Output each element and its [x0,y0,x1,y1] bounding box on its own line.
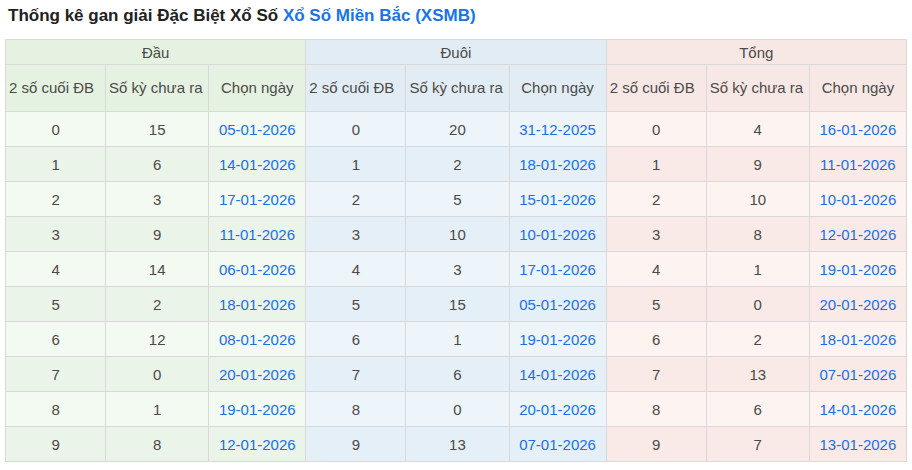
pick-date-cell: 19-01-2026 [509,322,606,357]
last2-digit-cell: 7 [306,357,406,392]
table-row: 7020-01-20267614-01-202671307-01-2026 [6,357,907,392]
last2-digit-cell: 9 [306,427,406,462]
date-link[interactable]: 14-01-2026 [820,401,897,418]
gap-count-cell: 8 [106,427,209,462]
pick-date-cell: 19-01-2026 [809,252,906,287]
col-header-last2-digits: 2 số cuối ĐB [606,65,706,112]
gap-count-cell: 4 [706,112,809,147]
last2-digit-cell: 5 [306,287,406,322]
date-link[interactable]: 11-01-2026 [820,156,896,173]
last2-digit-cell: 8 [306,392,406,427]
gap-count-cell: 1 [106,392,209,427]
last2-digit-cell: 1 [6,147,106,182]
date-link[interactable]: 05-01-2026 [519,296,596,313]
gap-count-cell: 0 [106,357,209,392]
pick-date-cell: 20-01-2026 [809,287,906,322]
col-header-gap-count: Số kỳ chưa ra [706,65,809,112]
last2-digit-cell: 3 [6,217,106,252]
table-row: 41406-01-20264317-01-20264119-01-2026 [6,252,907,287]
date-link[interactable]: 31-12-2025 [519,121,596,138]
gan-table-body: 01505-01-202602031-12-20250416-01-202616… [6,112,907,462]
gap-count-cell: 3 [106,182,209,217]
date-link[interactable]: 19-01-2026 [219,401,296,418]
date-link[interactable]: 12-01-2026 [820,226,897,243]
date-link[interactable]: 10-01-2026 [519,226,596,243]
date-link[interactable]: 07-01-2026 [820,366,897,383]
gap-count-cell: 6 [406,357,509,392]
last2-digit-cell: 1 [606,147,706,182]
gap-count-cell: 15 [406,287,509,322]
table-row: 2317-01-20262515-01-202621010-01-2026 [6,182,907,217]
pick-date-cell: 18-01-2026 [209,287,306,322]
date-link[interactable]: 11-01-2026 [219,226,295,243]
date-link[interactable]: 14-01-2026 [519,366,596,383]
date-link[interactable]: 13-01-2026 [820,436,897,453]
table-row: 5218-01-202651505-01-20265020-01-2026 [6,287,907,322]
table-row: 9812-01-202691307-01-20269713-01-2026 [6,427,907,462]
pick-date-cell: 16-01-2026 [809,112,906,147]
pick-date-cell: 10-01-2026 [509,217,606,252]
gap-count-cell: 9 [106,217,209,252]
pick-date-cell: 14-01-2026 [809,392,906,427]
pick-date-cell: 05-01-2026 [509,287,606,322]
date-link[interactable]: 07-01-2026 [519,436,596,453]
last2-digit-cell: 0 [606,112,706,147]
date-link[interactable]: 20-01-2026 [219,366,296,383]
pick-date-cell: 20-01-2026 [509,392,606,427]
pick-date-cell: 31-12-2025 [509,112,606,147]
title-link[interactable]: Xổ Số Miền Bắc (XSMB) [283,6,476,25]
date-link[interactable]: 19-01-2026 [519,331,596,348]
table-row: 61208-01-20266119-01-20266218-01-2026 [6,322,907,357]
pick-date-cell: 05-01-2026 [209,112,306,147]
date-link[interactable]: 15-01-2026 [519,191,596,208]
date-link[interactable]: 12-01-2026 [219,436,296,453]
pick-date-cell: 11-01-2026 [809,147,906,182]
date-link[interactable]: 05-01-2026 [219,121,296,138]
pick-date-cell: 17-01-2026 [209,182,306,217]
date-link[interactable]: 20-01-2026 [820,296,897,313]
pick-date-cell: 12-01-2026 [809,217,906,252]
gap-count-cell: 7 [706,427,809,462]
date-link[interactable]: 17-01-2026 [519,261,596,278]
gap-count-cell: 12 [106,322,209,357]
pick-date-cell: 11-01-2026 [209,217,306,252]
gap-count-cell: 9 [706,147,809,182]
pick-date-cell: 14-01-2026 [509,357,606,392]
last2-digit-cell: 2 [6,182,106,217]
gap-count-cell: 3 [406,252,509,287]
date-link[interactable]: 19-01-2026 [820,261,897,278]
pick-date-cell: 15-01-2026 [509,182,606,217]
col-header-pick-date: Chọn ngày [509,65,606,112]
last2-digit-cell: 4 [606,252,706,287]
date-link[interactable]: 16-01-2026 [820,121,897,138]
pick-date-cell: 17-01-2026 [509,252,606,287]
last2-digit-cell: 0 [6,112,106,147]
last2-digit-cell: 2 [306,182,406,217]
col-header-last2-digits: 2 số cuối ĐB [306,65,406,112]
table-row: 8119-01-20268020-01-20268614-01-2026 [6,392,907,427]
gap-count-cell: 1 [406,322,509,357]
date-link[interactable]: 17-01-2026 [219,191,296,208]
col-header-pick-date: Chọn ngày [809,65,906,112]
date-link[interactable]: 10-01-2026 [820,191,897,208]
date-link[interactable]: 06-01-2026 [219,261,296,278]
date-link[interactable]: 18-01-2026 [820,331,897,348]
page-title-text: Thống kê gan giải Đặc Biệt Xổ Số [8,6,278,25]
gap-count-cell: 0 [706,287,809,322]
last2-digit-cell: 9 [606,427,706,462]
last2-digit-cell: 5 [606,287,706,322]
date-link[interactable]: 18-01-2026 [519,156,596,173]
date-link[interactable]: 18-01-2026 [219,296,296,313]
page-title: Thống kê gan giải Đặc Biệt Xổ Số Xổ Số M… [8,5,904,27]
last2-digit-cell: 3 [306,217,406,252]
gap-count-cell: 8 [706,217,809,252]
pick-date-cell: 19-01-2026 [209,392,306,427]
last2-digit-cell: 4 [6,252,106,287]
table-row: 3911-01-202631010-01-20263812-01-2026 [6,217,907,252]
date-link[interactable]: 14-01-2026 [219,156,296,173]
group-header-tong: Tổng [606,40,906,65]
date-link[interactable]: 20-01-2026 [519,401,596,418]
pick-date-cell: 18-01-2026 [809,322,906,357]
date-link[interactable]: 08-01-2026 [219,331,296,348]
gan-statistics-table: Đầu Đuôi Tổng 2 số cuối ĐB Số kỳ chưa ra… [5,39,907,462]
